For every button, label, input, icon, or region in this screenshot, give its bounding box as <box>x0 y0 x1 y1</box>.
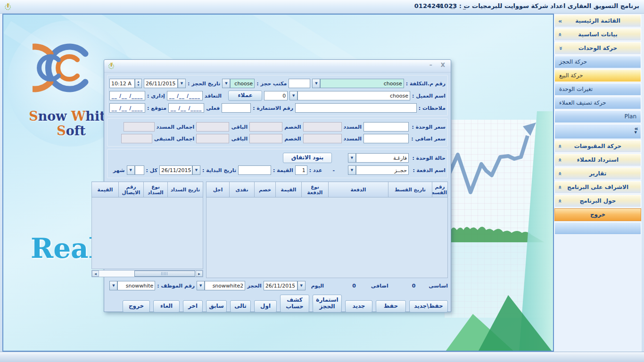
column-header[interactable]: تاريخ السداد <box>168 182 203 197</box>
new-button[interactable]: جديد <box>345 300 372 313</box>
dropdown-arrow-icon[interactable]: ▼ <box>348 153 356 163</box>
dropdown-arrow-icon[interactable]: ▼ <box>289 91 297 100</box>
sidebar-collapse-bar[interactable]: » ▼ <box>554 124 641 139</box>
dropdown-arrow-icon[interactable]: ▼ <box>348 165 356 175</box>
reservation-user-combo[interactable]: snowwhite2 ▼ <box>197 281 245 290</box>
column-header[interactable]: اجل <box>206 182 230 197</box>
previous-button[interactable]: سابق <box>206 300 227 313</box>
client-name-combo[interactable]: choose ▼ <box>289 91 410 100</box>
column-header[interactable]: نقدى <box>230 182 255 197</box>
unit-price-field[interactable] <box>363 122 409 132</box>
sidebar-item-basic-data[interactable]: » بيانات اساسية <box>554 28 641 41</box>
start-date-value[interactable]: 26/11/2015 <box>159 165 192 175</box>
administrative-date-field[interactable]: __ /__ /____ <box>109 91 145 100</box>
sidebar-item-plan[interactable]: Plan <box>554 110 641 123</box>
dialog-close-icon[interactable]: X <box>441 62 445 68</box>
column-header[interactable]: خصم <box>255 182 276 197</box>
save-button[interactable]: حفظ <box>376 300 406 313</box>
first-button[interactable]: اول <box>254 300 277 313</box>
employee-combo[interactable]: snowwhite ▼ <box>109 281 155 290</box>
batch-name-value[interactable]: حجــز <box>356 165 409 175</box>
dropdown-arrow-icon[interactable]: ▼ <box>178 79 186 88</box>
value-field[interactable] <box>238 165 271 175</box>
booking-office-value[interactable]: choose <box>230 79 255 88</box>
app-icon[interactable] <box>4 2 12 12</box>
column-header[interactable]: رقم القسط <box>432 182 448 197</box>
account-statement-button[interactable]: كشف حساب <box>280 295 309 313</box>
unit-status-combo[interactable]: فارغـة ▼ <box>348 153 409 163</box>
contract-date-field[interactable]: __ /__ /____ <box>167 91 203 100</box>
notes-field[interactable] <box>295 103 417 113</box>
last-button[interactable]: اخر <box>183 300 203 313</box>
booking-date-value[interactable]: 26/11/2015 <box>144 79 178 88</box>
period-value[interactable] <box>135 165 144 175</box>
sidebar-item-about-program[interactable]: » حول البرنامج <box>554 195 641 207</box>
booking-time-value[interactable]: 10:12 A <box>109 79 135 88</box>
next-button[interactable]: تالى <box>230 300 251 313</box>
form-number-field[interactable] <box>222 103 251 113</box>
booking-time-spinner[interactable]: 10:12 A ▲▼ <box>109 79 142 88</box>
column-header[interactable]: تاريخ القسط <box>388 182 432 197</box>
cost-number-field[interactable] <box>289 79 310 88</box>
dialog-minimize-icon[interactable]: – <box>429 62 432 68</box>
dropdown-arrow-icon[interactable]: ▼ <box>127 165 135 175</box>
dialog-titlebar[interactable]: – X <box>104 60 451 73</box>
sidebar-item-receipts-movement[interactable]: » حركة المقبوضات <box>554 140 641 153</box>
today-date-picker[interactable]: 26/11/2015 ▼ <box>264 281 305 290</box>
sidebar-item-reports[interactable]: » تقارير <box>554 167 641 180</box>
save-new-button[interactable]: حفظ\جديد <box>409 300 448 313</box>
horizontal-scrollbar[interactable]: ◀ ▶ <box>91 270 203 277</box>
column-header[interactable]: نوع الدفعة <box>302 182 329 197</box>
actual-date-field[interactable]: __ /__ /____ <box>168 103 204 113</box>
booking-date-picker[interactable]: 26/11/2015 ▼ <box>144 79 186 88</box>
dropdown-arrow-icon[interactable]: ▼ <box>192 165 200 175</box>
exit-button[interactable]: خروج <box>123 300 150 313</box>
batch-name-combo[interactable]: حجــز ▼ <box>348 165 409 175</box>
dropdown-arrow-icon[interactable]: ▼ <box>222 79 230 88</box>
cancel-button[interactable]: الغاء <box>153 300 180 313</box>
sidebar-item-sale-movement[interactable]: حركة البيع <box>554 69 641 82</box>
unit-status-value[interactable]: فارغـة <box>356 153 409 163</box>
employee-value[interactable]: snowwhite <box>117 281 155 290</box>
column-header[interactable]: رقم الايصال <box>119 182 144 197</box>
sidebar-item-reservation-movement[interactable]: حركة الحجز <box>554 56 641 68</box>
column-header[interactable]: الدفعة <box>329 182 388 197</box>
expected-date-field[interactable]: __ /__ /____ <box>109 103 145 113</box>
cost-center-value[interactable]: choose <box>320 79 404 88</box>
clients-button[interactable]: عملاء <box>228 90 262 101</box>
sidebar-item-customer-classification[interactable]: حركة تصنيف العملاء <box>554 97 641 109</box>
client-count-field[interactable]: 0 <box>264 91 288 100</box>
cost-center-combo[interactable]: choose ▼ <box>312 79 404 88</box>
period-combo[interactable]: ▼ <box>127 165 144 175</box>
dropdown-arrow-icon[interactable]: ▼ <box>109 281 117 290</box>
sidebar-item-customer-refund[interactable]: » استرداد للعملاء <box>554 154 641 166</box>
dropdown-arrow-icon[interactable]: ▼ <box>197 281 205 290</box>
client-name-value[interactable]: choose <box>297 91 410 100</box>
payments-table-body[interactable] <box>92 197 203 269</box>
dropdown-arrow-icon[interactable]: ▼ <box>312 79 320 88</box>
column-header[interactable]: القيمة <box>276 182 302 197</box>
scrollbar-thumb[interactable] <box>134 271 195 277</box>
reservation-form-button[interactable]: استمارة الحجز <box>313 295 342 313</box>
scroll-left-icon[interactable]: ◀ <box>92 271 99 277</box>
scrollbar-track[interactable] <box>99 271 196 277</box>
installments-table-body[interactable] <box>206 197 448 278</box>
spinner-arrows-icon[interactable]: ▲▼ <box>135 79 142 88</box>
dropdown-arrow-icon[interactable]: ▼ <box>297 281 305 290</box>
sidebar-item-main-menu[interactable]: » القائمة الرئيسية <box>554 15 641 27</box>
column-header[interactable]: القيمة <box>92 182 119 197</box>
sidebar-item-program-supervision[interactable]: » الاشراف على البرنامج <box>554 181 641 194</box>
sidebar-item-unit-changes[interactable]: تغيرات الوحدة <box>554 83 641 96</box>
count-field[interactable]: 1 <box>295 165 307 175</box>
app-titlebar[interactable]: X □ _ برنامج التسويق العقارى اعداد شركة … <box>0 0 644 14</box>
reservation-user-value[interactable]: snowwhite2 <box>205 281 245 290</box>
sidebar-item-units-movement[interactable]: » حركة الوحدات <box>554 42 641 55</box>
sidebar-item-exit[interactable]: خروج <box>554 208 641 221</box>
today-date-value[interactable]: 26/11/2015 <box>264 281 297 290</box>
agreement-terms-button[interactable]: بنود الاتفاق <box>283 153 332 163</box>
start-date-picker[interactable]: 26/11/2015 ▼ <box>159 165 200 175</box>
extra-price-field[interactable] <box>363 134 409 143</box>
booking-office-combo[interactable]: choose ▼ <box>222 79 255 88</box>
scroll-right-icon[interactable]: ▶ <box>196 271 203 277</box>
column-header[interactable]: نوع السداد <box>144 182 168 197</box>
